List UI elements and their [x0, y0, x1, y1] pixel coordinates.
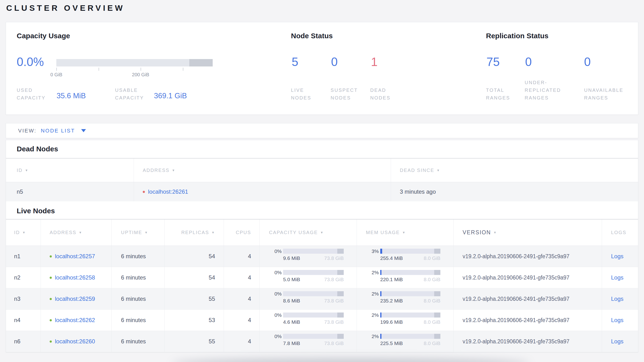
cpus-cell: 4 — [224, 288, 260, 309]
mem-usage-fill — [380, 334, 382, 339]
used-capacity-value: 35.6 MiB — [56, 92, 86, 100]
column-header-capacity-usage[interactable]: CAPACITY USAGE▼ — [260, 220, 357, 246]
logs-link[interactable]: Logs — [611, 338, 624, 345]
live-status-dot-icon — [50, 340, 52, 343]
capacity-used-value: 4.6 MiB — [283, 319, 300, 325]
logs-cell: Logs — [602, 310, 638, 331]
axis-label-start: 0 GiB — [40, 72, 73, 77]
dead-nodes-label: DEADNODES — [370, 79, 390, 102]
column-header-uptime[interactable]: UPTIME▼ — [112, 220, 165, 246]
mem-percent: 2% — [364, 291, 379, 297]
node-address-cell: localhost:26262 — [41, 310, 112, 331]
axis-tick — [98, 68, 99, 71]
version-cell: v19.2.0-alpha.20190606-2491-gfe735c9a97 — [454, 331, 602, 352]
capacity-reserved-segment — [337, 312, 344, 317]
capacity-usage-cell: 0% 7.8 MiB 73.8 GiB — [260, 331, 357, 352]
column-header-dead-since[interactable]: DEAD SINCE▼ — [391, 158, 638, 182]
uptime-cell: 6 minutes — [112, 288, 165, 309]
column-header-replicas[interactable]: REPLICAS▼ — [165, 220, 224, 246]
uptime-cell: 6 minutes — [112, 310, 165, 331]
used-capacity-label: USEDCAPACITY — [17, 79, 46, 102]
sort-desc-icon: ▼ — [145, 231, 148, 234]
node-address-link[interactable]: localhost:26259 — [55, 295, 95, 302]
mem-usage-cell: 2% 220.1 MiB 8.0 GiB — [357, 267, 454, 288]
live-nodes-heading: Live Nodes — [6, 201, 638, 216]
mem-usage-fill — [380, 291, 382, 296]
axis-tick — [183, 68, 183, 71]
capacity-total-value: 73.8 GiB — [324, 277, 344, 282]
capacity-used-value: 8.6 MiB — [283, 298, 300, 304]
node-address-link[interactable]: localhost:26260 — [55, 338, 95, 345]
mem-usage-bar — [380, 334, 440, 339]
nodes-section: Dead Nodes ID▼ ADDRESS▼ DEAD SINCE▼ n5 l… — [6, 140, 638, 352]
capacity-total-value: 73.8 GiB — [324, 319, 344, 325]
dead-nodes-heading: Dead Nodes — [6, 140, 638, 153]
capacity-percent: 0% — [267, 312, 282, 318]
sort-desc-icon: ▼ — [494, 231, 497, 234]
column-header-version[interactable]: VERSION▼ — [454, 220, 602, 246]
capacity-percent: 0% — [267, 291, 282, 297]
node-id-cell: n3 — [6, 288, 41, 309]
mem-reserved-segment — [434, 334, 440, 339]
sort-desc-icon: ▼ — [320, 231, 324, 234]
capacity-meter-bar — [56, 59, 213, 67]
replicas-cell: 54 — [165, 246, 224, 267]
view-dropdown[interactable]: NODE LIST — [41, 128, 75, 134]
logs-link[interactable]: Logs — [611, 253, 624, 260]
mem-reserved-segment — [434, 312, 440, 317]
logs-link[interactable]: Logs — [611, 274, 624, 281]
replication-status-title: Replication Status — [486, 32, 548, 40]
capacity-reserved-segment — [337, 334, 344, 339]
live-node-row: n6 localhost:26260 6 minutes 55 4 0% — [6, 331, 638, 352]
column-header-cpus: CPUS — [224, 220, 260, 246]
capacity-total-value: 73.8 GiB — [324, 255, 344, 261]
mem-percent: 2% — [364, 270, 379, 275]
cpus-cell: 4 — [224, 267, 260, 288]
usable-capacity-value: 369.1 GiB — [154, 92, 187, 100]
view-label: VIEW: — [18, 128, 36, 134]
logs-link[interactable]: Logs — [611, 295, 624, 302]
capacity-usage-bar — [283, 291, 344, 296]
capacity-percent: 0% — [267, 248, 282, 254]
column-header-mem-usage[interactable]: MEM USAGE▼ — [357, 220, 454, 246]
live-nodes-label: LIVENODES — [291, 79, 311, 102]
column-header-address[interactable]: ADDRESS▼ — [41, 220, 112, 246]
column-header-address[interactable]: ADDRESS▼ — [134, 158, 391, 182]
suspect-nodes-label: SUSPECTNODES — [330, 79, 358, 102]
node-address-link[interactable]: localhost:26261 — [148, 189, 188, 195]
column-header-id[interactable]: ID▼ — [6, 220, 41, 246]
sort-desc-icon: ▼ — [172, 168, 176, 172]
node-address-link[interactable]: localhost:26262 — [55, 317, 95, 323]
mem-usage-cell: 2% 235.2 MiB 8.0 GiB — [357, 288, 454, 309]
capacity-meter-reserved-segment — [189, 59, 213, 67]
logs-cell: Logs — [602, 267, 638, 288]
cpus-cell: 4 — [224, 331, 260, 352]
capacity-reserved-segment — [337, 249, 344, 254]
dead-nodes-table: ID▼ ADDRESS▼ DEAD SINCE▼ n5 localhost:26… — [6, 158, 638, 201]
version-cell: v19.2.0-alpha.20190606-2491-gfe735c9a97 — [454, 288, 602, 309]
mem-usage-bar — [380, 270, 440, 275]
mem-percent: 3% — [364, 248, 379, 254]
mem-total-value: 8.0 GiB — [424, 298, 440, 304]
capacity-used-value: 9.6 MiB — [283, 255, 300, 261]
node-address-link[interactable]: localhost:26257 — [55, 253, 95, 260]
live-status-dot-icon — [50, 255, 52, 258]
logs-cell: Logs — [602, 331, 638, 352]
axis-label-mid: 200 GiB — [124, 72, 157, 77]
mem-used-value: 225.5 MiB — [380, 340, 403, 346]
capacity-usage-cell: 0% 5.0 MiB 73.8 GiB — [260, 267, 357, 288]
logs-link[interactable]: Logs — [611, 317, 624, 323]
mem-usage-cell: 2% 199.6 MiB 8.0 GiB — [357, 310, 454, 331]
dead-nodes-table-header: ID▼ ADDRESS▼ DEAD SINCE▼ — [6, 158, 638, 182]
total-ranges-label: TOTALRANGES — [486, 79, 510, 102]
dead-status-dot-icon — [143, 191, 145, 193]
version-cell: v19.2.0-alpha.20190606-2491-gfe735c9a97 — [454, 310, 602, 331]
column-header-id[interactable]: ID▼ — [6, 158, 134, 182]
node-id-cell: n1 — [6, 246, 41, 267]
node-address-link[interactable]: localhost:26258 — [55, 274, 95, 281]
replicas-cell: 53 — [165, 310, 224, 331]
mem-total-value: 8.0 GiB — [424, 255, 440, 261]
chevron-down-icon[interactable] — [81, 129, 86, 132]
usable-capacity-label: USABLECAPACITY — [115, 79, 144, 102]
mem-used-value: 255.4 MiB — [380, 255, 403, 261]
